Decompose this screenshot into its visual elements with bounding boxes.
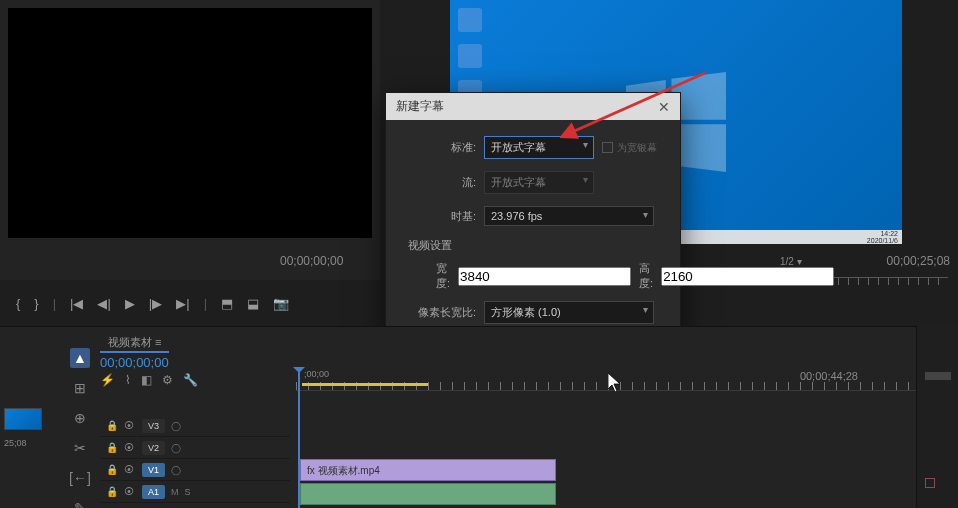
desktop-icon — [458, 8, 482, 32]
go-to-in-button[interactable]: |◀ — [70, 296, 83, 311]
timeline-timecode[interactable]: 00;00;00;00 — [100, 355, 169, 370]
snap-icon[interactable]: ⚡ — [100, 373, 115, 387]
pixel-aspect-label: 像素长宽比: — [406, 305, 476, 320]
pen-tool[interactable]: ✎ — [70, 498, 90, 508]
timebase-select[interactable]: 23.976 fps — [484, 206, 654, 226]
ripple-edit-tool[interactable]: ⊕ — [70, 408, 90, 428]
width-input[interactable] — [458, 267, 631, 286]
mark-out-button[interactable]: } — [34, 296, 38, 311]
go-to-out-button[interactable]: ▶| — [176, 296, 189, 311]
height-label: 高度: — [639, 261, 653, 291]
slip-tool[interactable]: [←] — [70, 468, 90, 488]
track-v1[interactable]: 🔒 ⦿ V1 ◯ — [100, 459, 290, 481]
close-icon[interactable]: ✕ — [658, 99, 670, 115]
video-settings-label: 视频设置 — [408, 238, 660, 253]
sequence-tab[interactable]: 视频素材 ≡ — [100, 335, 169, 350]
timebase-label: 时基: — [406, 209, 476, 224]
overwrite-button[interactable]: ⬓ — [247, 296, 259, 311]
step-forward-button[interactable]: |▶ — [149, 296, 162, 311]
audio-meters-panel — [916, 326, 958, 508]
timeline-panel: 视频素材 ≡ 00;00;00;00 ⚡ ⌇ ◧ ⚙ 🔧 🔒 ⦿ V3 ◯ 🔒 … — [0, 326, 958, 508]
wrench-icon[interactable]: 🔧 — [183, 373, 198, 387]
lock-icon[interactable]: 🔒 — [106, 442, 118, 453]
taskbar-time: 14:22 — [867, 230, 898, 237]
height-input[interactable] — [661, 267, 834, 286]
mark-in-button[interactable]: { — [16, 296, 20, 311]
source-timecode: 00;00;00;00 — [280, 254, 343, 268]
dialog-title-text: 新建字幕 — [396, 98, 444, 115]
toggle-icon[interactable]: ⦿ — [124, 420, 136, 431]
link-icon[interactable]: ⌇ — [125, 373, 131, 387]
marker-icon[interactable]: ◧ — [141, 373, 152, 387]
toggle-icon[interactable]: ⦿ — [124, 442, 136, 453]
width-label: 宽度: — [436, 261, 450, 291]
toggle-icon[interactable]: ⦿ — [124, 464, 136, 475]
source-video-area[interactable] — [8, 8, 372, 238]
program-timecode-right: 00;00;25;08 — [887, 254, 950, 268]
project-thumbnail[interactable] — [4, 408, 42, 430]
play-button[interactable]: ▶ — [125, 296, 135, 311]
lock-icon[interactable]: 🔒 — [106, 464, 118, 475]
track-v2[interactable]: 🔒 ⦿ V2 ◯ — [100, 437, 290, 459]
selection-tool[interactable]: ▲ — [70, 348, 90, 368]
tools-panel: ▲ ⊞ ⊕ ✂ [←] ✎ ▭ T — [68, 348, 92, 508]
toggle-icon[interactable]: ⦿ — [124, 486, 136, 497]
step-back-button[interactable]: ◀| — [97, 296, 110, 311]
transport-controls: { } | |◀ ◀| ▶ |▶ ▶| | ⬒ ⬓ 📷 — [16, 296, 289, 311]
lock-icon[interactable]: 🔒 — [106, 486, 118, 497]
timeline-settings-icons: ⚡ ⌇ ◧ ⚙ 🔧 — [100, 373, 198, 387]
clip-fx-icon: fx — [307, 465, 315, 476]
standard-label: 标准: — [406, 140, 476, 155]
taskbar-date: 2020/11/6 — [867, 237, 898, 244]
standard-select[interactable]: 开放式字幕 — [484, 136, 594, 159]
export-frame-button[interactable]: 📷 — [273, 296, 289, 311]
razor-tool[interactable]: ✂ — [70, 438, 90, 458]
stream-label: 流: — [406, 175, 476, 190]
project-thumb-label: 25;08 — [4, 438, 27, 448]
audio-clip[interactable] — [300, 483, 556, 505]
timeline-right-timecode: 00;00;44;28 — [800, 370, 858, 382]
video-clip[interactable]: fx 视频素材.mp4 — [300, 459, 556, 481]
track-select-tool[interactable]: ⊞ — [70, 378, 90, 398]
stream-select: 开放式字幕 — [484, 171, 594, 194]
source-monitor: 00;00;00;00 — [0, 0, 380, 280]
lock-icon[interactable]: 🔒 — [106, 420, 118, 431]
insert-button[interactable]: ⬒ — [221, 296, 233, 311]
track-headers: 🔒 ⦿ V3 ◯ 🔒 ⦿ V2 ◯ 🔒 ⦿ V1 ◯ 🔒 ⦿ A1 MS — [100, 415, 290, 503]
desktop-icon — [458, 44, 482, 68]
track-a1[interactable]: 🔒 ⦿ A1 MS — [100, 481, 290, 503]
dialog-titlebar[interactable]: 新建字幕 ✕ — [386, 93, 680, 120]
program-scale-dropdown[interactable]: 1/2 ▾ — [780, 256, 802, 267]
settings-icon[interactable]: ⚙ — [162, 373, 173, 387]
track-v3[interactable]: 🔒 ⦿ V3 ◯ — [100, 415, 290, 437]
pixel-aspect-select[interactable]: 方形像素 (1.0) — [484, 301, 654, 324]
widescreen-checkbox[interactable]: 为宽银幕 — [602, 141, 657, 155]
work-area-bar[interactable] — [302, 383, 428, 386]
